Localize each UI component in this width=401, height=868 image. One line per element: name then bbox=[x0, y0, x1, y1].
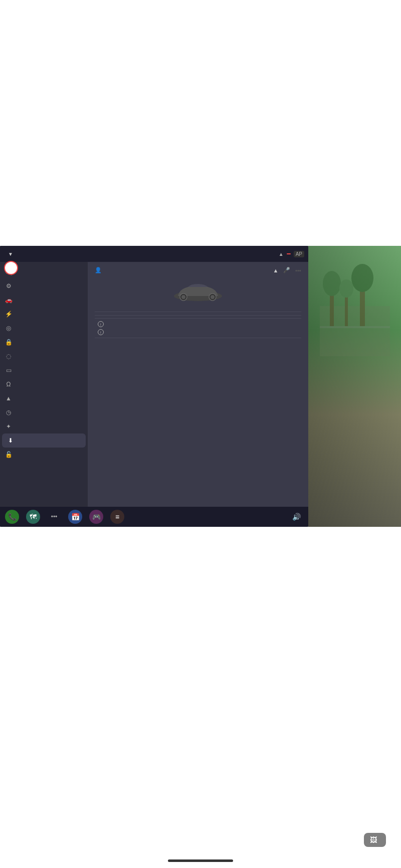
status-bar: ▼ ▲ AP bbox=[0, 246, 308, 262]
pedale-icon: 🚗 bbox=[5, 297, 12, 304]
speed-limit-badge bbox=[4, 261, 18, 275]
user-icon: 👤 bbox=[95, 267, 102, 273]
trips-icon: Ω bbox=[5, 381, 12, 388]
premium-info-icon[interactable]: i bbox=[98, 329, 104, 335]
sidebar-item-software[interactable]: ⬇ bbox=[2, 433, 86, 448]
car-silhouette bbox=[170, 280, 226, 303]
phone-icon[interactable]: 📞 bbox=[5, 510, 19, 524]
autopilot-icon: AP bbox=[294, 251, 304, 257]
home-indicator[interactable] bbox=[168, 859, 233, 862]
sidebar-item-service[interactable]: ✦ bbox=[0, 419, 88, 433]
volume-icon[interactable]: 🔊 bbox=[289, 510, 303, 524]
sicherheit-icon: ◷ bbox=[5, 409, 12, 416]
sidebar-item-aufladen[interactable]: ⚡ bbox=[0, 307, 88, 321]
sidebar-item-trips[interactable]: Ω bbox=[0, 377, 88, 391]
divider-3 bbox=[95, 318, 301, 319]
screenshot-container: ▼ ▲ AP 🔍 ⚙ bbox=[0, 246, 308, 527]
sidebar-item-sicherheit[interactable]: ◷ bbox=[0, 405, 88, 419]
sidebar-item-beleuchtung[interactable]: ◌ bbox=[0, 349, 88, 363]
content-panel: 👤 ▲ 🎤 ▪▪▪ bbox=[88, 262, 308, 507]
network-icon: ▼ bbox=[8, 251, 13, 257]
taskbar: 📞 🗺 ••• 📅 🎮 ≡ 🔊 bbox=[0, 507, 308, 527]
divider-4 bbox=[95, 338, 301, 338]
main-area: 🔍 ⚙ 🚗 ⚡ ◎ bbox=[0, 262, 308, 507]
navigation-icon: ▲ bbox=[5, 395, 12, 402]
software-version-row bbox=[95, 341, 301, 341]
photo-icon: 🖼 bbox=[370, 836, 377, 844]
svg-point-2 bbox=[181, 295, 185, 299]
games-icon[interactable]: 🎮 bbox=[89, 510, 103, 524]
fahrzeug-icon: ⚙ bbox=[5, 282, 12, 290]
sidebar-item-upgrades[interactable]: 🔓 bbox=[0, 448, 88, 462]
sidebar-item-display[interactable]: ▭ bbox=[0, 363, 88, 377]
sos-badge bbox=[287, 253, 291, 254]
upload-icon: ▲ bbox=[279, 251, 284, 257]
svg-point-4 bbox=[211, 295, 215, 299]
sidebar-item-autopilot[interactable]: ◎ bbox=[0, 321, 88, 335]
car-image bbox=[168, 277, 228, 305]
sidebar-item-verriegelungen[interactable]: 🔒 bbox=[0, 335, 88, 349]
tesla-ui: ▼ ▲ AP 🔍 ⚙ bbox=[0, 246, 308, 527]
calendar-icon[interactable]: 📅 bbox=[68, 510, 82, 524]
display-icon: ▭ bbox=[5, 367, 12, 374]
upload-status-icon: ▲ bbox=[273, 267, 278, 273]
divider-2 bbox=[95, 315, 301, 316]
svg-point-11 bbox=[339, 279, 353, 298]
sidebar: 🔍 ⚙ 🚗 ⚡ ◎ bbox=[0, 262, 88, 507]
mic-icon: 🎤 bbox=[283, 267, 290, 273]
service-icon: ✦ bbox=[5, 423, 12, 430]
sidebar-item-fahrzeug[interactable]: ⚙ bbox=[0, 279, 88, 293]
lock-icon: 🔒 bbox=[5, 339, 12, 346]
autopilot-nav-icon: ◎ bbox=[5, 325, 12, 332]
aufladen-icon: ⚡ bbox=[5, 311, 12, 318]
model-header-row bbox=[95, 308, 301, 309]
autopilot-info-icon[interactable]: i bbox=[98, 321, 104, 327]
background-scenery bbox=[320, 256, 390, 356]
sidebar-item-pedale[interactable]: 🚗 bbox=[0, 293, 88, 307]
premium-section: i bbox=[95, 329, 301, 335]
svg-rect-12 bbox=[320, 326, 390, 328]
map-icon[interactable]: 🗺 bbox=[26, 510, 40, 524]
upgrades-icon: 🔓 bbox=[5, 451, 12, 458]
photo-counter: 🖼 bbox=[364, 833, 386, 847]
light-icon: ◌ bbox=[5, 353, 12, 360]
music-icon[interactable]: ≡ bbox=[110, 510, 124, 524]
more-icon[interactable]: ••• bbox=[47, 510, 61, 524]
settings-icon: ▪▪▪ bbox=[295, 267, 301, 273]
software-icon: ⬇ bbox=[7, 437, 14, 444]
user-bar: 👤 ▲ 🎤 ▪▪▪ bbox=[95, 267, 301, 273]
divider-1 bbox=[95, 312, 301, 312]
sidebar-item-navigation[interactable]: ▲ bbox=[0, 391, 88, 405]
autopilot-section: i bbox=[95, 321, 301, 327]
svg-point-9 bbox=[351, 264, 373, 292]
real-world-photo bbox=[308, 246, 401, 527]
svg-point-7 bbox=[323, 271, 341, 296]
